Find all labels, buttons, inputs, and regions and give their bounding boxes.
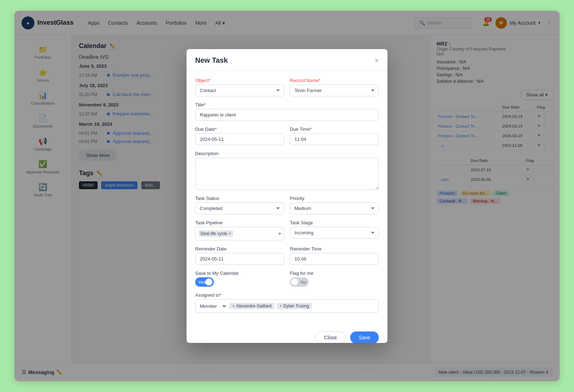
form-group-reminder-date: Reminder Date (195, 246, 284, 265)
object-label: Object* (195, 78, 284, 83)
priority-select[interactable]: Medium (290, 202, 379, 214)
description-textarea[interactable] (195, 158, 379, 190)
form-group-save-calendar: Save to My Calendar Yes (195, 271, 284, 287)
modal-footer: Close Save (187, 326, 387, 343)
flag-label: Flag for me (290, 271, 379, 276)
due-time-input[interactable] (290, 133, 379, 145)
pipeline-remove-icon[interactable]: × (229, 231, 231, 236)
toggle-no-label: No (300, 279, 306, 285)
due-date-label: Due Date* (195, 126, 284, 132)
pipeline-chevron-icon: ▾ (279, 231, 281, 236)
toggle-knob (291, 278, 298, 286)
form-group-description: Description (195, 151, 379, 190)
priority-label: Priority (290, 196, 379, 201)
assignee-tag-1: × Alexandre Gaillard (229, 303, 274, 309)
description-label: Description (195, 151, 379, 156)
form-group-title: Title* (195, 102, 379, 121)
form-group-flag: Flag for me No (290, 271, 379, 287)
toggle-knob (205, 278, 212, 286)
modal-close-button[interactable]: × (375, 57, 379, 64)
close-button[interactable]: Close (315, 331, 346, 343)
reminder-time-input[interactable] (290, 253, 379, 265)
new-task-modal: New Task × Object* Contact (187, 49, 387, 343)
form-row-toggles: Save to My Calendar Yes Flag for me (195, 271, 379, 287)
modal-title: New Task (195, 56, 228, 64)
modal-body: Object* Contact Record Name* Tevin Farme… (187, 71, 387, 326)
form-row-description: Description (195, 151, 379, 190)
form-row-due: Due Date* Due Time* (195, 126, 379, 145)
form-row-status-priority: Task Status Completed Priority Medium (195, 196, 379, 214)
form-group-assigned: Assigned to* Member × Alexandre Gaillard… (195, 292, 379, 313)
modal-overlay: New Task × Object* Contact (14, 11, 560, 381)
assignee-type-select[interactable]: Member (198, 303, 227, 309)
form-row-object-record: Object* Contact Record Name* Tevin Farme… (195, 78, 379, 96)
reminder-date-label: Reminder Date (195, 246, 284, 252)
title-label: Title* (195, 102, 379, 107)
flag-toggle[interactable]: No (290, 277, 309, 287)
record-name-select[interactable]: Tevin Farmer (290, 85, 379, 96)
save-calendar-label: Save to My Calendar (195, 271, 284, 276)
form-row-reminder: Reminder Date Reminder Time (195, 246, 379, 265)
task-stage-label: Task Stage (290, 220, 379, 225)
task-stage-select[interactable]: Incoming (290, 227, 379, 239)
due-date-input[interactable] (195, 133, 284, 145)
task-pipeline-tag-select[interactable]: Deal life cycle × ▾ (195, 227, 284, 240)
object-select[interactable]: Contact (195, 85, 284, 96)
form-group-due-time: Due Time* (290, 126, 379, 145)
form-row-title: Title* (195, 102, 379, 121)
title-input[interactable] (195, 109, 379, 121)
save-button[interactable]: Save (350, 331, 379, 343)
flag-toggle-group: No (290, 277, 379, 287)
form-group-reminder-time: Reminder Time (290, 246, 379, 265)
assignee-remove-1[interactable]: × (232, 303, 235, 309)
form-group-task-pipeline: Task Pipeline Deal life cycle × ▾ (195, 220, 284, 240)
assigned-label: Assigned to* (195, 292, 379, 298)
form-group-task-stage: Task Stage Incoming (290, 220, 379, 240)
form-group-record: Record Name* Tevin Farmer (290, 78, 379, 96)
modal-header: New Task × (187, 49, 387, 71)
record-name-label: Record Name* (290, 78, 379, 83)
due-time-label: Due Time* (290, 126, 379, 132)
save-calendar-toggle-group: Yes (195, 277, 284, 287)
app-container: ● InvestGlass Apps Contacts Accounts Por… (14, 11, 560, 381)
toggle-yes-label: Yes (198, 279, 206, 285)
form-group-task-status: Task Status Completed (195, 196, 284, 214)
task-status-label: Task Status (195, 196, 284, 201)
pipeline-tag-item: Deal life cycle × (198, 230, 233, 237)
assignee-container[interactable]: Member × Alexandre Gaillard × Dylan Truo… (195, 299, 379, 313)
form-group-priority: Priority Medium (290, 196, 379, 214)
assignee-remove-2[interactable]: × (279, 303, 282, 309)
reminder-time-label: Reminder Time (290, 246, 379, 252)
reminder-date-input[interactable] (195, 253, 284, 265)
task-pipeline-label: Task Pipeline (195, 220, 284, 225)
form-row-pipeline-stage: Task Pipeline Deal life cycle × ▾ Task S… (195, 220, 379, 240)
form-row-assigned: Assigned to* Member × Alexandre Gaillard… (195, 292, 379, 313)
form-group-object: Object* Contact (195, 78, 284, 96)
assignee-tag-2: × Dylan Truong (277, 303, 312, 309)
form-group-due-date: Due Date* (195, 126, 284, 145)
task-status-select[interactable]: Completed (195, 202, 284, 214)
save-calendar-toggle[interactable]: Yes (195, 277, 214, 287)
